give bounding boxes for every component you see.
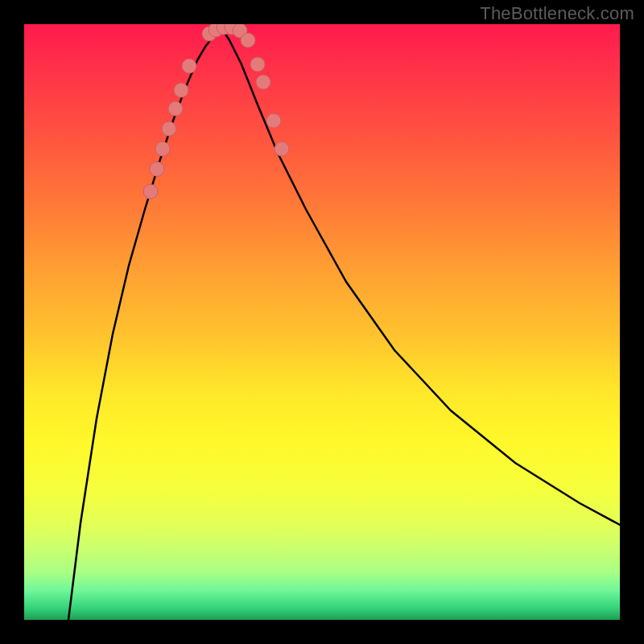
data-dot <box>275 142 289 156</box>
data-dot <box>162 122 176 136</box>
watermark-text: TheBottleneck.com <box>480 3 634 24</box>
data-dot <box>150 162 164 176</box>
data-dot <box>174 83 188 97</box>
chart-frame: TheBottleneck.com <box>0 0 644 644</box>
data-dot <box>168 101 183 116</box>
data-dot <box>266 114 281 128</box>
plot-area <box>24 24 620 620</box>
curve-left-branch <box>68 28 221 620</box>
curve-layer <box>24 24 620 620</box>
data-dot <box>155 142 170 156</box>
data-dot <box>250 57 265 72</box>
curve-right-branch <box>221 28 620 525</box>
data-dot <box>241 33 255 47</box>
data-dot <box>256 75 270 89</box>
data-dots <box>143 24 289 199</box>
data-dot <box>143 184 158 199</box>
data-dot <box>182 59 196 73</box>
